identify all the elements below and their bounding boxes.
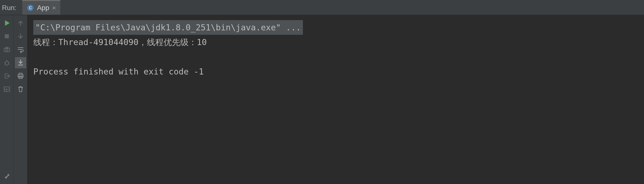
svg-rect-13 [19,76,22,78]
stop-button[interactable] [2,31,12,42]
console-output[interactable]: "C:\Program Files\Java\jdk1.8.0_251\bin\… [28,15,644,184]
svg-rect-3 [5,34,9,38]
left-toolbar [0,15,14,184]
debug-button[interactable] [2,57,12,68]
run-tab-app[interactable]: C App × [22,0,60,15]
dump-button[interactable] [2,44,12,55]
run-header: Run: C App × [0,0,644,15]
pin-icon [3,172,10,180]
bug-icon [3,59,10,66]
console-toolbar [14,15,28,184]
class-icon: C [27,4,34,12]
run-label: Run: [2,3,16,12]
exit-icon [3,72,10,80]
layout-button[interactable] [2,84,12,94]
trash-icon [17,86,24,93]
print-button[interactable] [15,70,26,81]
exit-button[interactable] [2,70,12,81]
camera-icon [3,46,10,53]
scroll-end-button[interactable] [15,57,26,68]
svg-text:C: C [29,6,32,10]
console-command-line: "C:\Program Files\Java\jdk1.8.0_251\bin\… [33,20,303,35]
soft-wrap-button[interactable] [15,44,26,55]
svg-marker-2 [5,20,10,26]
arrow-down-icon [17,32,24,40]
print-icon [17,72,24,80]
stop-icon [3,32,10,40]
pin-button[interactable] [2,171,12,182]
clear-button[interactable] [15,84,26,94]
console-line: 线程：Thread-491044090，线程优先级：10 [33,37,207,47]
close-icon[interactable]: × [52,5,56,11]
arrow-up-icon [17,19,24,27]
layout-icon [3,86,10,93]
wrap-icon [17,46,24,53]
play-icon [3,19,10,27]
run-tool-window: Run: C App × [0,0,644,184]
up-button[interactable] [15,18,26,28]
run-body: "C:\Program Files\Java\jdk1.8.0_251\bin\… [0,15,644,184]
console-exit-line: Process finished with exit code -1 [33,67,204,76]
svg-point-5 [6,49,8,51]
scroll-end-icon [17,59,24,66]
svg-rect-6 [6,47,8,48]
svg-point-7 [5,61,8,65]
down-button[interactable] [15,31,26,42]
rerun-button[interactable] [2,18,12,28]
run-tab-label: App [37,4,49,12]
